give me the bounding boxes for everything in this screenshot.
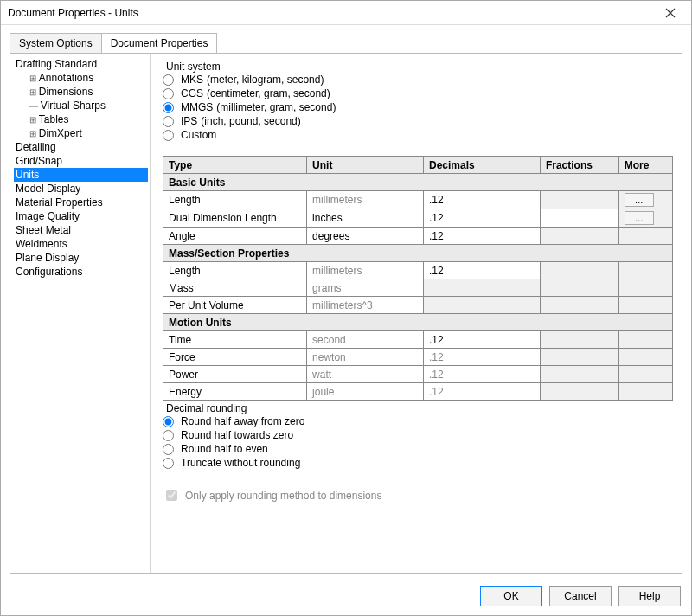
cell-pervol-dec: [423, 297, 540, 314]
cell-pervol-type: Per Unit Volume: [163, 297, 307, 314]
tree-dimensions[interactable]: Dimensions: [14, 85, 148, 99]
th-fractions: Fractions: [540, 157, 618, 174]
cell-energy-dec[interactable]: .12: [423, 383, 540, 401]
only-apply-label: Only apply rounding method to dimensions: [185, 490, 381, 502]
radio-mmgs-row[interactable]: MMGS (millimeter, gram, second): [163, 100, 673, 114]
cell-length2-unit[interactable]: millimeters: [307, 262, 424, 279]
cell-mass-dec: [423, 279, 540, 297]
tree-annotations[interactable]: Annotations: [14, 71, 148, 85]
tree-detailing[interactable]: Detailing: [14, 140, 148, 154]
radio-truncate-label: Truncate without rounding: [181, 457, 300, 469]
cell-dualdim-dec[interactable]: .12: [423, 209, 540, 228]
radio-ips[interactable]: [163, 116, 174, 127]
close-icon[interactable]: [655, 3, 686, 22]
section-basic-units: Basic Units: [163, 174, 673, 191]
cell-length-more[interactable]: ...: [618, 191, 672, 209]
radio-mmgs[interactable]: [163, 102, 174, 113]
tree-tables[interactable]: Tables: [14, 112, 148, 126]
radio-custom-row[interactable]: Custom: [163, 128, 673, 142]
radio-round-even-row[interactable]: Round half to even: [163, 442, 673, 456]
radio-mks-row[interactable]: MKS (meter, kilogram, second): [163, 73, 673, 87]
cell-mass-unit[interactable]: grams: [307, 279, 424, 297]
radio-round-towards-row[interactable]: Round half towards zero: [163, 428, 673, 442]
cell-time-unit[interactable]: second: [307, 331, 424, 349]
radio-cgs[interactable]: [163, 88, 174, 99]
radio-truncate[interactable]: [163, 458, 174, 469]
radio-round-towards[interactable]: [163, 430, 174, 441]
tree-virtual-sharps[interactable]: Virtual Sharps: [14, 99, 148, 112]
radio-mks[interactable]: [163, 74, 174, 86]
tree-units[interactable]: Units: [14, 168, 148, 182]
radio-cgs-row[interactable]: CGS (centimeter, gram, second): [163, 87, 673, 100]
radio-ips-row[interactable]: IPS (inch, pound, second): [163, 114, 673, 128]
radio-cgs-code: CGS: [181, 87, 203, 99]
cell-energy-unit[interactable]: joule: [307, 383, 424, 401]
cell-pervol-more: [618, 297, 672, 314]
radio-round-away-row[interactable]: Round half away from zero: [163, 414, 673, 428]
cell-length-frac: [540, 191, 618, 209]
radio-round-away[interactable]: [163, 416, 174, 427]
help-button[interactable]: Help: [618, 586, 681, 606]
cell-length2-dec[interactable]: .12: [423, 262, 540, 279]
radio-truncate-row[interactable]: Truncate without rounding: [163, 456, 673, 470]
table-header-row: Type Unit Decimals Fractions More: [163, 157, 673, 174]
cell-pervol-frac: [540, 297, 618, 314]
tree-model-display[interactable]: Model Display: [14, 182, 148, 196]
more-button-length[interactable]: ...: [625, 193, 654, 207]
tree-weldments[interactable]: Weldments: [14, 237, 148, 251]
ok-button[interactable]: OK: [480, 586, 542, 606]
radio-ips-code: IPS: [181, 115, 197, 127]
cell-length-type: Length: [163, 191, 307, 209]
cell-length2-type: Length: [163, 262, 307, 279]
tree-dimxpert[interactable]: DimXpert: [14, 126, 148, 140]
cell-pervol-unit[interactable]: millimeters^3: [307, 297, 424, 314]
cell-dualdim-unit[interactable]: inches: [307, 209, 424, 228]
cell-mass-more: [618, 279, 672, 297]
row-force: Force newton .12: [163, 349, 673, 366]
cell-dualdim-more[interactable]: ...: [618, 209, 672, 228]
row-time: Time second .12: [163, 331, 673, 349]
cell-time-frac: [540, 331, 618, 349]
cell-time-dec[interactable]: .12: [423, 331, 540, 349]
cell-power-more: [618, 366, 672, 383]
cell-power-unit[interactable]: watt: [307, 366, 424, 383]
more-button-dualdim[interactable]: ...: [625, 211, 654, 225]
tab-system-options[interactable]: System Options: [10, 33, 102, 53]
cell-dualdim-frac[interactable]: [540, 209, 618, 228]
tree-material-properties[interactable]: Material Properties: [14, 196, 148, 209]
cell-power-type: Power: [163, 366, 307, 383]
tree-image-quality[interactable]: Image Quality: [14, 209, 148, 223]
row-angle: Angle degrees .12: [163, 228, 673, 245]
right-pane: Unit system MKS (meter, kilogram, second…: [151, 54, 682, 573]
radio-round-even[interactable]: [163, 444, 174, 455]
cell-length2-more: [618, 262, 672, 279]
cell-force-unit[interactable]: newton: [307, 349, 424, 366]
tree-gridsnap[interactable]: Grid/Snap: [14, 154, 148, 168]
th-more: More: [618, 157, 672, 174]
radio-ips-desc: (inch, pound, second): [201, 115, 300, 127]
cell-time-type: Time: [163, 331, 307, 349]
cell-power-dec[interactable]: .12: [423, 366, 540, 383]
row-energy: Energy joule .12: [163, 383, 673, 401]
cell-length-dec[interactable]: .12: [423, 191, 540, 209]
cell-angle-unit[interactable]: degrees: [307, 228, 424, 245]
th-decimals: Decimals: [423, 157, 540, 174]
cancel-button[interactable]: Cancel: [549, 586, 612, 606]
radio-custom[interactable]: [163, 130, 174, 141]
cell-force-dec[interactable]: .12: [423, 349, 540, 366]
cell-length-unit[interactable]: millimeters: [307, 191, 424, 209]
cell-angle-dec[interactable]: .12: [423, 228, 540, 245]
radio-mmgs-code: MMGS: [181, 101, 213, 113]
tree-configurations[interactable]: Configurations: [14, 265, 148, 279]
cell-force-frac: [540, 349, 618, 366]
cell-mass-type: Mass: [163, 279, 307, 297]
radio-round-even-label: Round half to even: [181, 443, 268, 455]
units-table: Type Unit Decimals Fractions More Basic …: [163, 156, 673, 401]
only-apply-row: Only apply rounding method to dimensions: [163, 487, 673, 504]
cell-angle-type: Angle: [163, 228, 307, 245]
tree-drafting-standard[interactable]: Drafting Standard: [14, 57, 148, 71]
tree-plane-display[interactable]: Plane Display: [14, 251, 148, 265]
tab-document-properties[interactable]: Document Properties: [101, 33, 218, 53]
unit-system-group: Unit system MKS (meter, kilogram, second…: [163, 61, 673, 142]
tree-sheet-metal[interactable]: Sheet Metal: [14, 223, 148, 237]
